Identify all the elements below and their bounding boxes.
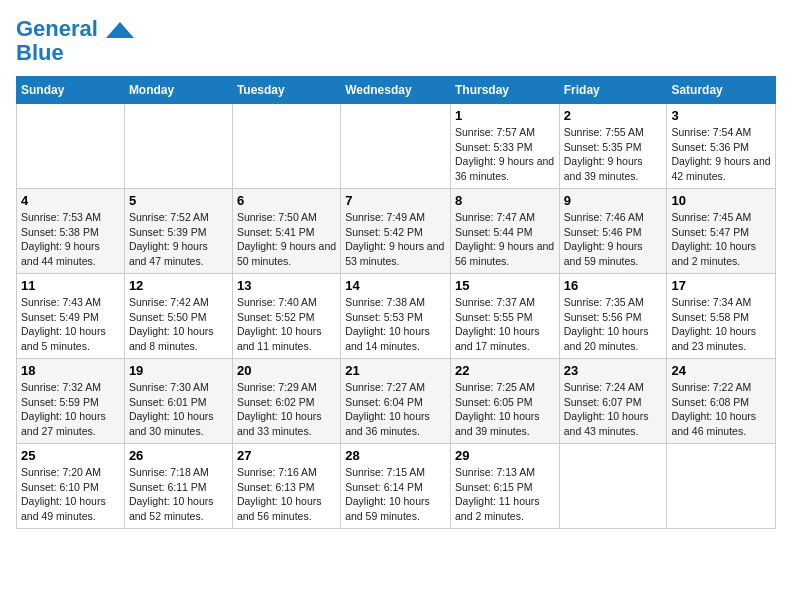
calendar-cell: 12Sunrise: 7:42 AM Sunset: 5:50 PM Dayli… <box>124 274 232 359</box>
calendar-week-4: 18Sunrise: 7:32 AM Sunset: 5:59 PM Dayli… <box>17 359 776 444</box>
calendar-cell <box>341 104 451 189</box>
calendar-cell <box>17 104 125 189</box>
day-number: 3 <box>671 108 771 123</box>
calendar-cell: 13Sunrise: 7:40 AM Sunset: 5:52 PM Dayli… <box>232 274 340 359</box>
day-number: 9 <box>564 193 663 208</box>
day-number: 10 <box>671 193 771 208</box>
calendar-cell: 8Sunrise: 7:47 AM Sunset: 5:44 PM Daylig… <box>450 189 559 274</box>
calendar-cell: 9Sunrise: 7:46 AM Sunset: 5:46 PM Daylig… <box>559 189 667 274</box>
calendar-cell: 27Sunrise: 7:16 AM Sunset: 6:13 PM Dayli… <box>232 444 340 529</box>
day-info: Sunrise: 7:55 AM Sunset: 5:35 PM Dayligh… <box>564 125 663 184</box>
day-info: Sunrise: 7:22 AM Sunset: 6:08 PM Dayligh… <box>671 380 771 439</box>
day-number: 15 <box>455 278 555 293</box>
day-info: Sunrise: 7:18 AM Sunset: 6:11 PM Dayligh… <box>129 465 228 524</box>
calendar-cell: 11Sunrise: 7:43 AM Sunset: 5:49 PM Dayli… <box>17 274 125 359</box>
calendar-cell: 29Sunrise: 7:13 AM Sunset: 6:15 PM Dayli… <box>450 444 559 529</box>
day-number: 18 <box>21 363 120 378</box>
day-info: Sunrise: 7:20 AM Sunset: 6:10 PM Dayligh… <box>21 465 120 524</box>
day-info: Sunrise: 7:27 AM Sunset: 6:04 PM Dayligh… <box>345 380 446 439</box>
page-header: General Blue <box>16 16 776 66</box>
weekday-header-monday: Monday <box>124 77 232 104</box>
calendar-cell <box>559 444 667 529</box>
calendar-cell: 24Sunrise: 7:22 AM Sunset: 6:08 PM Dayli… <box>667 359 776 444</box>
day-number: 20 <box>237 363 336 378</box>
calendar-cell: 18Sunrise: 7:32 AM Sunset: 5:59 PM Dayli… <box>17 359 125 444</box>
day-info: Sunrise: 7:49 AM Sunset: 5:42 PM Dayligh… <box>345 210 446 269</box>
day-info: Sunrise: 7:52 AM Sunset: 5:39 PM Dayligh… <box>129 210 228 269</box>
day-number: 7 <box>345 193 446 208</box>
day-info: Sunrise: 7:40 AM Sunset: 5:52 PM Dayligh… <box>237 295 336 354</box>
calendar-cell <box>667 444 776 529</box>
day-info: Sunrise: 7:30 AM Sunset: 6:01 PM Dayligh… <box>129 380 228 439</box>
day-info: Sunrise: 7:25 AM Sunset: 6:05 PM Dayligh… <box>455 380 555 439</box>
calendar-cell: 17Sunrise: 7:34 AM Sunset: 5:58 PM Dayli… <box>667 274 776 359</box>
calendar-cell: 6Sunrise: 7:50 AM Sunset: 5:41 PM Daylig… <box>232 189 340 274</box>
weekday-header-wednesday: Wednesday <box>341 77 451 104</box>
calendar-week-2: 4Sunrise: 7:53 AM Sunset: 5:38 PM Daylig… <box>17 189 776 274</box>
calendar-cell: 25Sunrise: 7:20 AM Sunset: 6:10 PM Dayli… <box>17 444 125 529</box>
day-info: Sunrise: 7:57 AM Sunset: 5:33 PM Dayligh… <box>455 125 555 184</box>
calendar-cell: 4Sunrise: 7:53 AM Sunset: 5:38 PM Daylig… <box>17 189 125 274</box>
day-info: Sunrise: 7:15 AM Sunset: 6:14 PM Dayligh… <box>345 465 446 524</box>
day-number: 8 <box>455 193 555 208</box>
calendar-cell: 3Sunrise: 7:54 AM Sunset: 5:36 PM Daylig… <box>667 104 776 189</box>
day-info: Sunrise: 7:38 AM Sunset: 5:53 PM Dayligh… <box>345 295 446 354</box>
weekday-header-friday: Friday <box>559 77 667 104</box>
day-number: 11 <box>21 278 120 293</box>
day-info: Sunrise: 7:47 AM Sunset: 5:44 PM Dayligh… <box>455 210 555 269</box>
calendar-week-1: 1Sunrise: 7:57 AM Sunset: 5:33 PM Daylig… <box>17 104 776 189</box>
day-number: 13 <box>237 278 336 293</box>
day-info: Sunrise: 7:35 AM Sunset: 5:56 PM Dayligh… <box>564 295 663 354</box>
day-info: Sunrise: 7:50 AM Sunset: 5:41 PM Dayligh… <box>237 210 336 269</box>
day-info: Sunrise: 7:45 AM Sunset: 5:47 PM Dayligh… <box>671 210 771 269</box>
calendar-cell <box>232 104 340 189</box>
day-number: 14 <box>345 278 446 293</box>
day-number: 29 <box>455 448 555 463</box>
day-number: 19 <box>129 363 228 378</box>
calendar-week-3: 11Sunrise: 7:43 AM Sunset: 5:49 PM Dayli… <box>17 274 776 359</box>
calendar-cell: 28Sunrise: 7:15 AM Sunset: 6:14 PM Dayli… <box>341 444 451 529</box>
day-number: 26 <box>129 448 228 463</box>
day-number: 28 <box>345 448 446 463</box>
calendar-cell: 20Sunrise: 7:29 AM Sunset: 6:02 PM Dayli… <box>232 359 340 444</box>
calendar-cell: 14Sunrise: 7:38 AM Sunset: 5:53 PM Dayli… <box>341 274 451 359</box>
weekday-header-sunday: Sunday <box>17 77 125 104</box>
day-number: 27 <box>237 448 336 463</box>
calendar-header-row: SundayMondayTuesdayWednesdayThursdayFrid… <box>17 77 776 104</box>
day-number: 5 <box>129 193 228 208</box>
day-number: 16 <box>564 278 663 293</box>
day-info: Sunrise: 7:42 AM Sunset: 5:50 PM Dayligh… <box>129 295 228 354</box>
calendar-cell: 15Sunrise: 7:37 AM Sunset: 5:55 PM Dayli… <box>450 274 559 359</box>
logo: General Blue <box>16 16 134 66</box>
day-number: 2 <box>564 108 663 123</box>
calendar-cell: 1Sunrise: 7:57 AM Sunset: 5:33 PM Daylig… <box>450 104 559 189</box>
day-info: Sunrise: 7:46 AM Sunset: 5:46 PM Dayligh… <box>564 210 663 269</box>
calendar-cell: 10Sunrise: 7:45 AM Sunset: 5:47 PM Dayli… <box>667 189 776 274</box>
calendar-cell: 22Sunrise: 7:25 AM Sunset: 6:05 PM Dayli… <box>450 359 559 444</box>
day-number: 25 <box>21 448 120 463</box>
calendar-cell: 23Sunrise: 7:24 AM Sunset: 6:07 PM Dayli… <box>559 359 667 444</box>
calendar-cell <box>124 104 232 189</box>
day-number: 22 <box>455 363 555 378</box>
day-info: Sunrise: 7:16 AM Sunset: 6:13 PM Dayligh… <box>237 465 336 524</box>
day-number: 1 <box>455 108 555 123</box>
calendar-week-5: 25Sunrise: 7:20 AM Sunset: 6:10 PM Dayli… <box>17 444 776 529</box>
day-number: 6 <box>237 193 336 208</box>
day-number: 17 <box>671 278 771 293</box>
calendar-cell: 5Sunrise: 7:52 AM Sunset: 5:39 PM Daylig… <box>124 189 232 274</box>
day-info: Sunrise: 7:32 AM Sunset: 5:59 PM Dayligh… <box>21 380 120 439</box>
day-info: Sunrise: 7:24 AM Sunset: 6:07 PM Dayligh… <box>564 380 663 439</box>
day-info: Sunrise: 7:43 AM Sunset: 5:49 PM Dayligh… <box>21 295 120 354</box>
day-number: 23 <box>564 363 663 378</box>
day-number: 21 <box>345 363 446 378</box>
weekday-header-saturday: Saturday <box>667 77 776 104</box>
weekday-header-thursday: Thursday <box>450 77 559 104</box>
calendar-cell: 26Sunrise: 7:18 AM Sunset: 6:11 PM Dayli… <box>124 444 232 529</box>
day-number: 4 <box>21 193 120 208</box>
day-info: Sunrise: 7:37 AM Sunset: 5:55 PM Dayligh… <box>455 295 555 354</box>
day-info: Sunrise: 7:54 AM Sunset: 5:36 PM Dayligh… <box>671 125 771 184</box>
day-info: Sunrise: 7:13 AM Sunset: 6:15 PM Dayligh… <box>455 465 555 524</box>
calendar-table: SundayMondayTuesdayWednesdayThursdayFrid… <box>16 76 776 529</box>
calendar-cell: 19Sunrise: 7:30 AM Sunset: 6:01 PM Dayli… <box>124 359 232 444</box>
day-info: Sunrise: 7:29 AM Sunset: 6:02 PM Dayligh… <box>237 380 336 439</box>
